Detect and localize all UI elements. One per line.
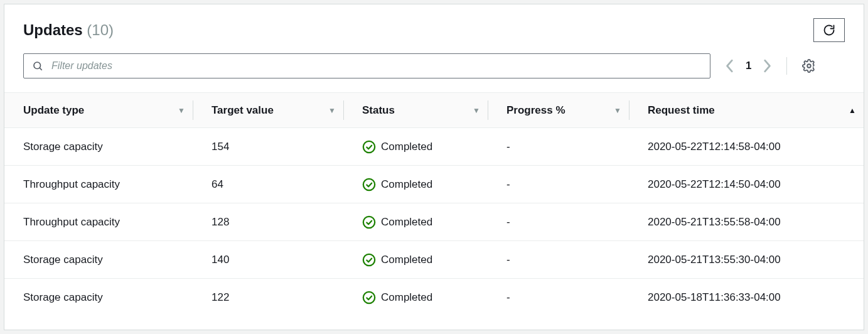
status-text: Completed: [381, 254, 432, 266]
cell-status: Completed: [343, 279, 488, 316]
refresh-button[interactable]: [813, 18, 845, 42]
cell-update-type: Storage capacity: [4, 279, 193, 316]
gear-icon: [802, 59, 816, 73]
sort-icon: ▼: [473, 106, 480, 115]
cell-progress: -: [488, 241, 629, 279]
filter-wrap: [23, 53, 710, 78]
check-circle-icon: [362, 215, 376, 229]
table-row[interactable]: Storage capacity140Completed-2020-05-21T…: [4, 241, 864, 279]
col-label: Request time: [648, 104, 715, 117]
col-progress[interactable]: Progress % ▼: [488, 93, 629, 128]
filter-input[interactable]: [23, 53, 710, 78]
col-target-value[interactable]: Target value ▼: [193, 93, 343, 128]
cell-request-time: 2020-05-21T13:55:58-04:00: [629, 203, 864, 241]
col-request-time[interactable]: Request time ▲: [629, 93, 864, 128]
sort-icon: ▼: [178, 106, 185, 115]
filter-row: 1: [4, 53, 864, 78]
cell-update-type: Storage capacity: [4, 128, 193, 166]
cell-status: Completed: [343, 203, 488, 241]
table-row[interactable]: Throughput capacity64Completed-2020-05-2…: [4, 166, 864, 203]
svg-point-6: [363, 254, 375, 265]
panel-title: Updates (10): [23, 21, 114, 39]
cell-status: Completed: [343, 241, 488, 279]
col-label: Progress %: [506, 104, 565, 117]
svg-point-0: [34, 62, 41, 69]
table-row[interactable]: Storage capacity154Completed-2020-05-22T…: [4, 128, 864, 166]
status-text: Completed: [381, 216, 432, 229]
svg-line-1: [40, 68, 42, 70]
cell-update-type: Storage capacity: [4, 241, 193, 279]
col-label: Update type: [23, 104, 84, 117]
cell-request-time: 2020-05-22T12:14:58-04:00: [629, 128, 864, 166]
sort-icon: ▼: [328, 106, 336, 115]
updates-panel: Updates (10): [4, 4, 864, 330]
cell-update-type: Throughput capacity: [4, 203, 193, 241]
paginator: 1: [726, 59, 771, 73]
title-count: (10): [87, 21, 114, 38]
cell-progress: -: [488, 128, 629, 166]
panel-header: Updates (10): [4, 18, 864, 42]
refresh-icon: [823, 24, 835, 36]
check-circle-icon: [362, 253, 376, 267]
col-label: Target value: [212, 104, 274, 117]
updates-table: Update type ▼ Target value ▼ Status ▼: [4, 92, 864, 316]
cell-request-time: 2020-05-22T12:14:50-04:00: [629, 166, 864, 203]
cell-target-value: 64: [193, 166, 343, 203]
title-text: Updates: [23, 21, 83, 38]
svg-point-2: [808, 64, 812, 68]
cell-target-value: 122: [193, 279, 343, 316]
status-text: Completed: [381, 141, 432, 153]
cell-progress: -: [488, 279, 629, 316]
cell-target-value: 140: [193, 241, 343, 279]
sort-icon: ▼: [614, 106, 621, 115]
col-update-type[interactable]: Update type ▼: [4, 93, 193, 128]
status-text: Completed: [381, 178, 432, 191]
col-status[interactable]: Status ▼: [343, 93, 488, 128]
cell-request-time: 2020-05-21T13:55:30-04:00: [629, 241, 864, 279]
prev-page-button[interactable]: [726, 59, 734, 73]
cell-update-type: Throughput capacity: [4, 166, 193, 203]
svg-point-4: [363, 178, 375, 190]
check-circle-icon: [362, 291, 376, 304]
cell-status: Completed: [343, 128, 488, 166]
svg-point-7: [363, 292, 375, 303]
cell-progress: -: [488, 203, 629, 241]
svg-point-5: [363, 216, 375, 227]
cell-target-value: 128: [193, 203, 343, 241]
cell-progress: -: [488, 166, 629, 203]
cell-status: Completed: [343, 166, 488, 203]
table-row[interactable]: Throughput capacity128Completed-2020-05-…: [4, 203, 864, 241]
status-text: Completed: [381, 291, 432, 304]
check-circle-icon: [362, 178, 376, 191]
table-header-row: Update type ▼ Target value ▼ Status ▼: [4, 93, 864, 128]
toolbar-divider: [786, 57, 787, 75]
svg-point-3: [363, 141, 375, 152]
page-number: 1: [746, 60, 751, 72]
search-icon: [32, 60, 43, 72]
table-row[interactable]: Storage capacity122Completed-2020-05-18T…: [4, 279, 864, 316]
col-label: Status: [362, 104, 395, 117]
check-circle-icon: [362, 140, 376, 154]
settings-button[interactable]: [802, 59, 816, 73]
sort-icon-active: ▲: [849, 106, 856, 115]
next-page-button[interactable]: [763, 59, 771, 73]
cell-request-time: 2020-05-18T11:36:33-04:00: [629, 279, 864, 316]
cell-target-value: 154: [193, 128, 343, 166]
